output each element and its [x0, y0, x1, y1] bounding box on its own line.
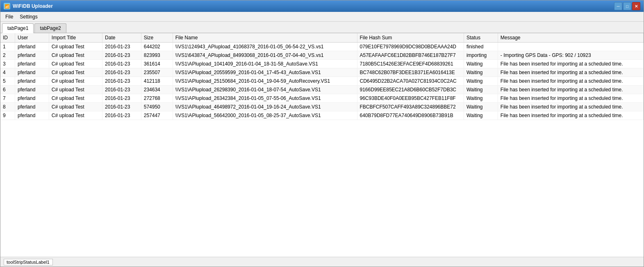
cell-message: - Importing GPS Data - GPS: 902 / 10923 — [498, 51, 643, 60]
col-header-user: User — [15, 33, 49, 43]
cell-id: 1 — [0, 43, 15, 51]
cell-hash: BC748C62B07BF3DEE1B371EA6016413E — [357, 68, 464, 77]
cell-size: 235507 — [141, 68, 173, 77]
cell-id: 8 — [0, 103, 15, 111]
minimize-button[interactable]: ─ — [614, 2, 622, 10]
cell-size: 234634 — [141, 86, 173, 94]
cell-status: Waiting — [464, 94, 498, 103]
col-header-import: Import Title — [49, 33, 102, 43]
status-bar: toolStripStatusLabel1 — [0, 257, 644, 267]
col-header-date: Date — [102, 33, 141, 43]
table-row: 6pferlandC# upload Test2016-01-23234634\… — [0, 86, 644, 94]
tabs-bar: tabPage1 tabPage2 — [0, 22, 644, 33]
menu-bar: File Settings — [0, 12, 644, 22]
cell-user: pferland — [15, 86, 49, 94]
cell-filename: \\VS1\APlupload_46498972_2016-01-04_19-1… — [173, 103, 357, 111]
cell-date: 2016-01-23 — [102, 111, 141, 120]
col-header-filename: File Name — [173, 33, 357, 43]
table-row: 2pferlandC# upload Test2016-01-23823993\… — [0, 51, 644, 60]
cell-status: Waiting — [464, 68, 498, 77]
cell-filename: \\VS1\APlupload_1041409_2016-01-04_18-31… — [173, 60, 357, 68]
title-bar-left: 📶 WiFiDB Uploader — [4, 3, 53, 9]
cell-hash: CD6495D22B2ACA70A027C81934C0C2AC — [357, 77, 464, 86]
cell-status: Waiting — [464, 60, 498, 68]
cell-id: 5 — [0, 77, 15, 86]
cell-import-title: C# upload Test — [49, 51, 102, 60]
cell-hash: FBCBFCF507CAFF493A89C324896BBE72 — [357, 103, 464, 111]
cell-message: File has been inserted for importing at … — [498, 94, 643, 103]
cell-user: pferland — [15, 51, 49, 60]
col-header-status: Status — [464, 33, 498, 43]
cell-import-title: C# upload Test — [49, 60, 102, 68]
col-header-hash: File Hash Sum — [357, 33, 464, 43]
cell-size: 823993 — [141, 51, 173, 60]
table-row: 8pferlandC# upload Test2016-01-23574950\… — [0, 103, 644, 111]
cell-id: 7 — [0, 94, 15, 103]
cell-filename: \\VS1\643874_APlupload_84993068_2016-01-… — [173, 51, 357, 60]
cell-hash: 7180B5C15426E3EFACE9EF4D68839261 — [357, 60, 464, 68]
cell-size: 574950 — [141, 103, 173, 111]
cell-hash: 640B79D8FD77EA740649D8906B73B91B — [357, 111, 464, 120]
cell-date: 2016-01-23 — [102, 103, 141, 111]
cell-user: pferland — [15, 43, 49, 51]
data-table: ID User Import Title Date Size File Name… — [0, 33, 644, 120]
tab-page1[interactable]: tabPage1 — [2, 23, 34, 33]
cell-import-title: C# upload Test — [49, 94, 102, 103]
cell-status: Waiting — [464, 86, 498, 94]
cell-hash: 079E10FE7978969D9DC98D0BDEAAA24D — [357, 43, 464, 51]
cell-date: 2016-01-23 — [102, 77, 141, 86]
cell-filename: \\VS1\APlupload_56642000_2016-01-05_08-2… — [173, 111, 357, 120]
cell-user: pferland — [15, 111, 49, 120]
cell-date: 2016-01-23 — [102, 68, 141, 77]
cell-id: 9 — [0, 111, 15, 120]
table-body: 1pferlandC# upload Test2016-01-23644202\… — [0, 43, 644, 120]
close-button[interactable]: ✕ — [632, 2, 640, 10]
cell-hash: 96C93BDE40F0A0EEB95BC427FEB11F8F — [357, 94, 464, 103]
cell-filename: \\VS1\APlupload_26298390_2016-01-04_18-0… — [173, 86, 357, 94]
table-row: 7pferlandC# upload Test2016-01-23272768\… — [0, 94, 644, 103]
cell-status: finished — [464, 43, 498, 51]
cell-message: File has been inserted for importing at … — [498, 60, 643, 68]
cell-date: 2016-01-23 — [102, 86, 141, 94]
cell-filename: \\VS1\APlupload_26342384_2016-01-05_07-5… — [173, 94, 357, 103]
main-window: 📶 WiFiDB Uploader ─ □ ✕ File Settings ta… — [0, 0, 644, 267]
cell-id: 4 — [0, 68, 15, 77]
cell-size: 272768 — [141, 94, 173, 103]
cell-id: 2 — [0, 51, 15, 60]
cell-hash: A57EAFAAFC6E1D82BBFB746E187B27F7 — [357, 51, 464, 60]
table-container[interactable]: ID User Import Title Date Size File Name… — [0, 33, 644, 257]
cell-user: pferland — [15, 103, 49, 111]
cell-import-title: C# upload Test — [49, 111, 102, 120]
cell-size: 412118 — [141, 77, 173, 86]
cell-date: 2016-01-23 — [102, 43, 141, 51]
col-header-size: Size — [141, 33, 173, 43]
cell-size: 644202 — [141, 43, 173, 51]
tab-page2[interactable]: tabPage2 — [34, 23, 66, 33]
cell-id: 3 — [0, 60, 15, 68]
cell-message: File has been inserted for importing at … — [498, 103, 643, 111]
cell-date: 2016-01-23 — [102, 60, 141, 68]
cell-import-title: C# upload Test — [49, 77, 102, 86]
cell-id: 6 — [0, 86, 15, 94]
maximize-button[interactable]: □ — [623, 2, 631, 10]
menu-file[interactable]: File — [2, 13, 16, 20]
cell-message: File has been inserted for importing at … — [498, 86, 643, 94]
table-row: 1pferlandC# upload Test2016-01-23644202\… — [0, 43, 644, 51]
cell-hash: 9166D99EE85EC21A8D6B60CB52F7DB3C — [357, 86, 464, 94]
cell-message: File has been inserted for importing at … — [498, 68, 643, 77]
menu-settings[interactable]: Settings — [16, 13, 41, 20]
table-header-row: ID User Import Title Date Size File Name… — [0, 33, 644, 43]
cell-filename: \\VS1\APlupload_20559599_2016-01-04_17-4… — [173, 68, 357, 77]
cell-filename: \\VS1\124943_APlupload_41068378_2016-01-… — [173, 43, 357, 51]
cell-import-title: C# upload Test — [49, 103, 102, 111]
cell-user: pferland — [15, 77, 49, 86]
cell-import-title: C# upload Test — [49, 43, 102, 51]
cell-message: File has been inserted for importing at … — [498, 77, 643, 86]
cell-import-title: C# upload Test — [49, 86, 102, 94]
cell-user: pferland — [15, 94, 49, 103]
cell-user: pferland — [15, 68, 49, 77]
table-row: 3pferlandC# upload Test2016-01-23361614\… — [0, 60, 644, 68]
cell-status: importing — [464, 51, 498, 60]
cell-status: Waiting — [464, 111, 498, 120]
table-row: 4pferlandC# upload Test2016-01-23235507\… — [0, 68, 644, 77]
